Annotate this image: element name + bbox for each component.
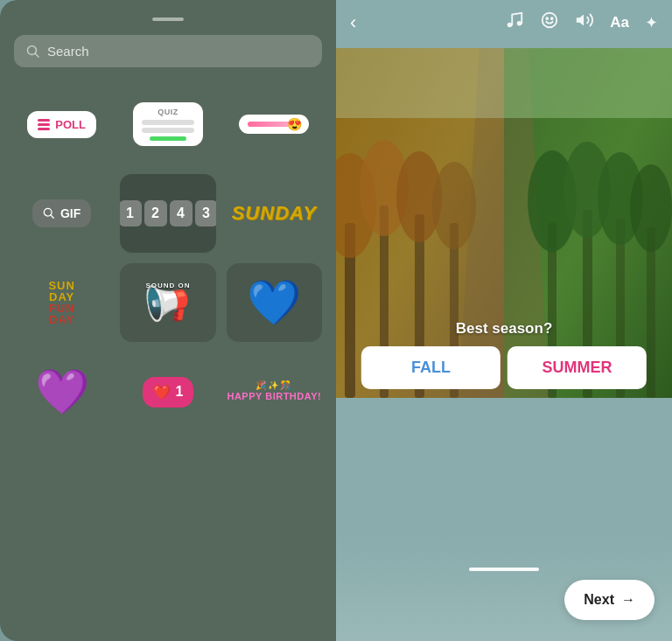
toolbar-icons: Aa ✦ [505, 10, 658, 34]
like-icon: ❤️ [153, 384, 171, 401]
back-button[interactable]: ‹ [350, 11, 356, 34]
sound-icon[interactable] [575, 10, 594, 34]
slider-track: 😍 [248, 122, 300, 127]
search-icon [26, 45, 40, 59]
purple-heart-emoji: 💜 [35, 366, 89, 417]
likecounter-sticker[interactable]: ❤️ 1 [120, 352, 215, 431]
poll-option-fall[interactable]: FALL [361, 346, 500, 389]
poll-option-summer[interactable]: SUMMER [508, 346, 647, 389]
search-bar[interactable]: Search [14, 35, 322, 67]
sundayfunday-sticker[interactable]: SUN DAY FUN DAY [14, 263, 109, 342]
next-label: Next [584, 592, 614, 608]
poll-icon [38, 119, 50, 130]
countdown-digit-2: 2 [144, 200, 167, 226]
svg-line-1 [35, 53, 38, 57]
drag-handle[interactable] [152, 17, 184, 21]
blueheart-sticker[interactable]: 💙 [227, 263, 322, 342]
search-placeholder: Search [47, 44, 89, 59]
gif-label: GIF [60, 206, 80, 220]
next-arrow-icon: → [621, 592, 635, 608]
countdown-digit-4: 3 [195, 200, 216, 226]
soundon-sticker[interactable]: 📢 SOUND ON [120, 263, 215, 342]
sticker-picker-panel: Search POLL QUIZ [0, 0, 336, 641]
svg-point-6 [542, 13, 557, 28]
sunday-sticker[interactable]: SUNDAY [227, 174, 322, 253]
poll-label: POLL [55, 118, 86, 131]
like-count: 1 [176, 384, 184, 400]
birthday-confetti: 🎉✨🎊 [256, 380, 292, 391]
soundon-label: SOUND ON [145, 282, 190, 289]
poll-question: Best season? [456, 320, 553, 338]
poll-sticker[interactable]: POLL [14, 85, 109, 164]
quiz-progress [150, 136, 186, 141]
sfd-line4: DAY [48, 314, 74, 325]
blue-heart-emoji: 💙 [247, 277, 301, 328]
bottom-area: Next → [336, 536, 672, 641]
countdown-digit-3: 4 [170, 200, 192, 226]
story-background: Best season? FALL SUMMER [336, 48, 672, 398]
birthday-sticker[interactable]: 🎉✨🎊 HAPPY BIRTHDAY! [227, 352, 322, 431]
quiz-sticker[interactable]: QUIZ [120, 85, 215, 164]
poll-overlay: Best season? FALL SUMMER [361, 320, 647, 389]
sfd-text: SUN DAY FUN DAY [48, 280, 74, 325]
next-button[interactable]: Next → [564, 580, 654, 620]
purpleheart-sticker[interactable]: 💜 [14, 352, 109, 431]
sunday-label: SUNDAY [232, 202, 317, 225]
quiz-label: QUIZ [158, 108, 178, 116]
gif-sticker[interactable]: GIF [14, 174, 109, 253]
music-icon[interactable] [505, 10, 524, 34]
slider-emoji: 😍 [287, 117, 302, 131]
countdown-sticker[interactable]: 1 2 4 3 [120, 174, 215, 253]
svg-point-5 [517, 21, 522, 25]
quiz-lines [142, 120, 194, 133]
svg-point-7 [547, 17, 549, 19]
progress-bar [469, 568, 539, 571]
top-toolbar: ‹ [336, 0, 672, 45]
stickers-grid: POLL QUIZ 😍 [14, 85, 322, 431]
poll-options: FALL SUMMER [361, 346, 647, 389]
story-image-area: Best season? FALL SUMMER Next → [336, 48, 672, 641]
face-icon[interactable] [540, 10, 559, 34]
sparkle-icon[interactable]: ✦ [645, 13, 658, 32]
svg-point-4 [508, 23, 513, 28]
search-icon-gif [43, 207, 55, 219]
story-editor-panel: ‹ [336, 0, 672, 641]
svg-point-8 [551, 17, 553, 19]
emoji-slider-sticker[interactable]: 😍 [227, 85, 322, 164]
svg-line-3 [51, 215, 54, 219]
countdown-digit-1: 1 [120, 200, 141, 226]
birthday-label: HAPPY BIRTHDAY! [227, 391, 321, 402]
progress-fill [469, 568, 539, 571]
text-tool-button[interactable]: Aa [610, 14, 629, 31]
